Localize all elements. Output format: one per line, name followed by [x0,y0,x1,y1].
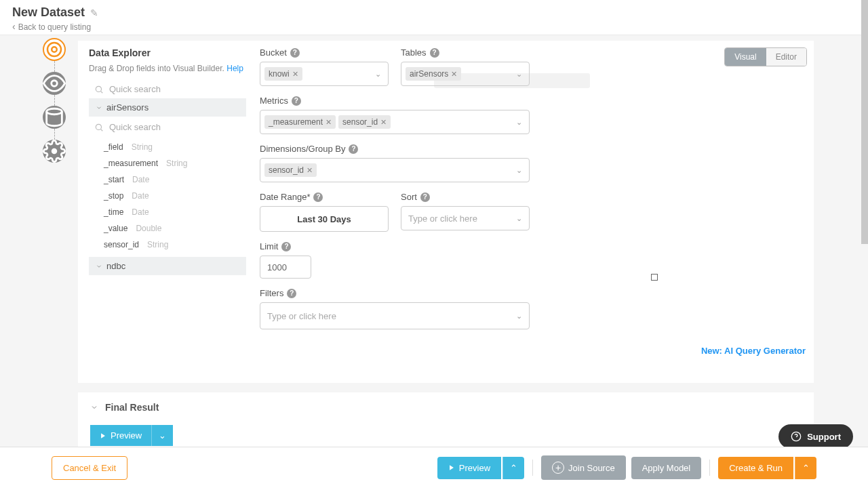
limit-label: Limit? [260,241,311,251]
tree-label: ndbc [106,261,125,271]
create-run-dropdown[interactable]: ⌃ [795,457,816,479]
svg-line-6 [101,91,103,93]
help-icon[interactable]: ? [292,96,301,106]
chip-remove[interactable]: ✕ [451,70,457,79]
cursor-indicator [651,274,658,281]
page-title: New Dataset [12,5,85,20]
field-item[interactable]: _fieldString [98,139,246,155]
limit-group: Limit? [260,241,311,279]
help-icon[interactable]: ? [281,242,291,251]
metrics-group: Metrics? _measurement✕ sensor_id✕ ⌄ [260,96,530,134]
date-range-button[interactable]: Last 30 Days [260,206,389,232]
footer-bar: Cancel & Exit Preview ⌃ + Join Source Ap… [0,447,868,488]
metrics-select[interactable]: _measurement✕ sensor_id✕ ⌄ [260,110,530,134]
search-placeholder: Quick search [109,122,161,132]
tab-editor[interactable]: Editor [766,48,806,66]
tree-item-ndbc[interactable]: ndbc [89,257,246,275]
filters-label: Filters? [260,288,530,298]
chevron-down-icon [96,104,102,111]
dimensions-group: Dimensions/Group By? sensor_id✕ ⌄ [260,144,530,182]
filters-group: Filters? Type or click here ⌄ [260,288,530,329]
dimensions-select[interactable]: sensor_id✕ ⌄ [260,158,530,182]
chevron-down-icon: ⌄ [375,70,381,79]
svg-point-3 [47,108,62,115]
visual-builder: Bucket? knowi✕ ⌄ Tables? airSensors✕ ⌄ M… [260,47,800,329]
cancel-button[interactable]: Cancel & Exit [52,456,127,480]
tables-select[interactable]: airSensors✕ ⌄ [401,62,530,86]
help-icon[interactable]: ? [430,48,439,58]
chip-remove[interactable]: ✕ [380,118,387,127]
page-header: New Dataset ✎ Back to query listing [0,0,868,35]
chip: sensor_id✕ [264,163,317,177]
help-icon[interactable]: ? [287,289,296,298]
tables-label: Tables? [401,47,530,58]
filters-select[interactable]: Type or click here ⌄ [260,302,530,329]
join-source-button[interactable]: + Join Source [541,455,626,480]
play-icon [100,432,106,439]
bucket-label: Bucket? [260,47,389,58]
help-icon[interactable]: ? [313,192,323,202]
chevron-down-icon: ⌄ [516,118,522,127]
data-explorer: Data Explorer Drag & Drop fields into Vi… [89,47,246,277]
quick-search-input[interactable]: Quick search [89,80,246,98]
svg-point-4 [52,148,58,155]
view-toggle: Visual Editor [724,47,807,66]
result-header[interactable]: Final Result [90,402,802,413]
limit-input[interactable] [260,256,311,279]
svg-point-7 [96,124,101,129]
chevron-down-icon: ⌄ [516,312,522,321]
apply-model-button[interactable]: Apply Model [631,457,702,479]
svg-point-2 [52,81,58,87]
preview-label: Preview [459,463,490,473]
step-storage-icon[interactable] [43,106,66,129]
chip-remove[interactable]: ✕ [292,70,298,79]
field-item[interactable]: _valueDouble [98,220,246,237]
help-icon[interactable]: ? [420,192,430,202]
ai-query-link[interactable]: New: AI Query Generator [701,346,806,356]
help-icon[interactable]: ? [349,144,358,154]
step-settings-icon[interactable] [43,140,66,163]
dimensions-label: Dimensions/Group By? [260,144,530,154]
chevron-down-icon [96,263,102,270]
explorer-sub-text: Drag & Drop fields into Visual Builder. [89,64,224,73]
field-item[interactable]: _timeDate [98,204,246,220]
step-rail [41,38,68,163]
svg-point-5 [96,86,101,92]
scrollbar[interactable] [861,0,868,244]
chip-remove[interactable]: ✕ [307,166,313,175]
step-preview-icon[interactable] [43,72,66,95]
support-button[interactable]: Support [778,424,853,449]
bucket-select[interactable]: knowi✕ ⌄ [260,62,389,86]
field-item[interactable]: _startDate [98,171,246,188]
field-item[interactable]: _stopDate [98,188,246,204]
chip: knowi✕ [264,67,302,81]
svg-marker-9 [101,433,105,439]
tables-group: Tables? airSensors✕ ⌄ [401,47,530,86]
metrics-label: Metrics? [260,96,530,106]
create-run-button[interactable]: Create & Run [718,457,793,479]
quick-search-table[interactable]: Quick search [89,118,246,136]
explorer-sub: Drag & Drop fields into Visual Builder. … [89,64,246,73]
footer-preview-button[interactable]: Preview [437,457,501,479]
footer-preview-dropdown[interactable]: ⌃ [502,457,524,479]
tree-item-airsensors[interactable]: airSensors [89,98,246,117]
edit-icon[interactable]: ✎ [90,7,98,18]
help-icon [791,431,802,442]
sort-select[interactable]: Type or click here ⌄ [401,206,530,230]
back-link[interactable]: Back to query listing [12,21,856,32]
chip: airSensors✕ [406,67,461,81]
date-range-group: Date Range*? Last 30 Days [260,192,389,232]
chevron-down-icon: ⌄ [516,70,522,79]
preview-button[interactable]: Preview [90,425,151,446]
step-datasource-icon[interactable] [43,38,66,61]
field-item[interactable]: _measurementString [98,155,246,171]
chevron-down-icon: ⌄ [516,214,522,223]
preview-dropdown[interactable]: ⌄ [151,425,173,446]
help-icon[interactable]: ? [290,48,300,58]
field-item[interactable]: sensor_idString [98,237,246,253]
chip-remove[interactable]: ✕ [326,118,332,127]
search-icon [94,123,104,132]
chevron-down-icon: ⌄ [516,166,522,175]
tab-visual[interactable]: Visual [725,48,766,66]
help-link[interactable]: Help [226,64,243,73]
